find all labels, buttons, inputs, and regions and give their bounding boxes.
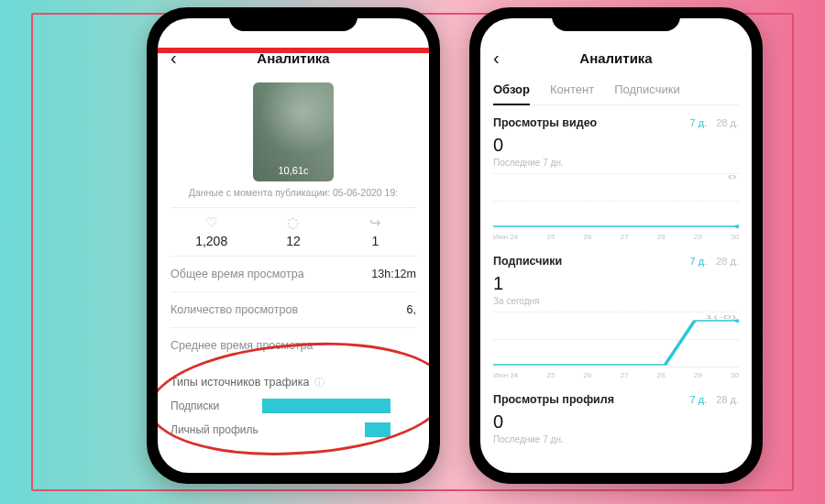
video-views-sub: Последние 7 дн. [493, 158, 739, 168]
svg-text:1(-0): 1(-0) [705, 314, 736, 321]
traffic-bar-subscriptions: Подписки [170, 399, 416, 413]
chart-xaxis: Июн 24252627282930 [493, 371, 739, 379]
profile-views-sub: Последние 7 дн. [493, 434, 739, 444]
tab-overview[interactable]: Обзор [493, 77, 530, 105]
row-value: 13h:12m [371, 268, 416, 280]
followers-value: 1 [493, 273, 739, 294]
profile-views-value: 0 [493, 411, 739, 433]
comment-icon: ◌ [252, 215, 334, 230]
page-title: Аналитика [493, 50, 739, 66]
row-label: Количество просмотров [170, 303, 298, 316]
row-avg-watch: Среднее время просмотра [170, 328, 416, 363]
likes-value: 1,208 [170, 234, 252, 248]
block-video-views: Просмотры видео 7 д. 28 д. 0 Последние 7… [493, 116, 739, 229]
row-views: Количество просмотров 6, [170, 292, 416, 328]
bar-label: Личный профиль [170, 423, 262, 436]
chart-video-views: 0 Июн 24252627282930 [493, 173, 739, 229]
share-icon: ↪ [335, 215, 416, 230]
svg-point-0 [734, 225, 739, 228]
range-7d[interactable]: 7 д. [690, 117, 708, 128]
range-28d[interactable]: 28 д. [716, 394, 739, 405]
heart-icon: ♡ [170, 215, 252, 230]
chart-followers: 1(-0) Июн 24252627282930 [493, 312, 739, 367]
metric-comments: ◌ 12 [252, 208, 334, 256]
phone-right: ‹ Аналитика Обзор Контент Подписчики Про… [469, 7, 763, 484]
bar-fill [262, 399, 390, 413]
engagement-metrics: ♡ 1,208 ◌ 12 ↪ 1 [170, 207, 416, 257]
chart-xaxis: Июн 24252627282930 [493, 233, 739, 241]
block-followers: Подписчики 7 д. 28 д. 1 За сегодня 1(-0) [493, 255, 739, 367]
traffic-heading: Типы источников трафика ⓘ [170, 376, 416, 389]
phone-left: ‹ Аналитика 10,61с Данные с момента публ… [147, 7, 440, 484]
traffic-bar-profile: Личный профиль [170, 422, 416, 437]
highlight-bar [158, 48, 429, 53]
shares-value: 1 [335, 234, 416, 248]
row-total-watch: Общее время просмотра 13h:12m [170, 257, 416, 292]
thumbnail-duration: 10,61с [278, 165, 308, 176]
block-profile-views: Просмотры профиля 7 д. 28 д. 0 Последние… [493, 393, 739, 444]
row-value: 6, [407, 303, 416, 316]
tab-content[interactable]: Контент [550, 77, 594, 104]
followers-sub: За сегодня [493, 296, 739, 306]
device-notch [229, 7, 358, 31]
row-label: Среднее время просмотра [170, 339, 313, 352]
range-28d[interactable]: 28 д. [716, 117, 739, 128]
svg-text:0: 0 [728, 174, 736, 181]
range-7d[interactable]: 7 д. [690, 394, 708, 405]
comments-value: 12 [252, 234, 334, 248]
metric-likes: ♡ 1,208 [170, 208, 252, 256]
block-title: Подписчики [493, 255, 681, 268]
section-tabs: Обзор Контент Подписчики [493, 77, 739, 105]
range-7d[interactable]: 7 д. [690, 256, 708, 267]
bar-label: Подписки [170, 400, 262, 412]
range-28d[interactable]: 28 д. [716, 256, 739, 267]
device-notch [552, 7, 680, 31]
app-header: ‹ Аналитика [493, 46, 739, 70]
block-title: Просмотры видео [493, 116, 681, 129]
block-title: Просмотры профиля [493, 393, 681, 406]
info-icon[interactable]: ⓘ [314, 377, 324, 388]
tab-followers[interactable]: Подписчики [614, 77, 680, 104]
video-thumbnail[interactable]: 10,61с [253, 82, 334, 181]
bar-fill [365, 422, 390, 437]
video-views-value: 0 [493, 135, 739, 156]
row-label: Общее время просмотра [170, 268, 304, 280]
publish-caption: Данные с момента публикации: 05-06-2020 … [170, 187, 416, 198]
metric-shares: ↪ 1 [335, 208, 416, 256]
